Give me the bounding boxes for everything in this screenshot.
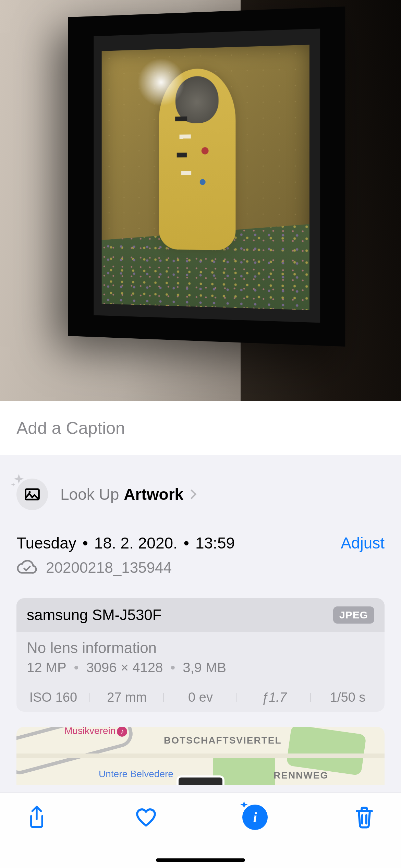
spec-exposure-bias: 0 ev xyxy=(164,690,238,705)
lookup-badge xyxy=(16,479,48,510)
spec-aperture: ƒ1.7 xyxy=(237,690,311,705)
lookup-label: Look Up Artwork xyxy=(60,485,195,504)
delete-button[interactable] xyxy=(352,805,377,830)
framed-painting xyxy=(68,7,345,347)
source-filename: 20200218_135944 xyxy=(46,559,172,576)
lookup-artwork-row[interactable]: Look Up Artwork xyxy=(16,469,385,520)
chevron-right-icon xyxy=(187,490,196,499)
home-indicator[interactable] xyxy=(156,858,245,862)
photo-datetime: Tuesday• 18. 2. 2020.• 13:59 xyxy=(16,534,235,552)
caption-field[interactable]: Add a Caption xyxy=(0,401,401,455)
location-map[interactable]: Musikverein♪ BOTSCHAFTSVIERTEL Untere Be… xyxy=(16,727,385,785)
bottom-toolbar: i xyxy=(0,793,401,868)
photo-info-sheet[interactable]: Look Up Artwork Tuesday• 18. 2. 2020.• 1… xyxy=(0,455,401,793)
spec-focal-length: 27 mm xyxy=(90,690,164,705)
adjust-button[interactable]: Adjust xyxy=(341,534,385,552)
lens-info: No lens information xyxy=(27,639,374,656)
exif-card: samsung SM-J530F JPEG No lens informatio… xyxy=(16,598,385,712)
caption-placeholder: Add a Caption xyxy=(16,418,125,438)
sparkle-icon xyxy=(238,800,251,814)
photo-preview[interactable] xyxy=(0,0,401,401)
info-button[interactable]: i xyxy=(242,805,268,830)
spec-shutter: 1/50 s xyxy=(311,690,385,705)
spec-iso: ISO 160 xyxy=(16,690,90,705)
map-district-2: RENNWEG xyxy=(274,770,328,781)
camera-model: samsung SM-J530F xyxy=(27,606,162,624)
map-district-1: BOTSCHAFTSVIERTEL xyxy=(164,735,282,746)
map-photo-thumb xyxy=(177,775,224,785)
sparkle-icon xyxy=(10,472,27,491)
svg-point-1 xyxy=(28,491,31,493)
map-poi-belvedere: Untere Belvedere xyxy=(99,769,173,780)
map-poi-musikverein: Musikverein♪ xyxy=(64,727,127,737)
cloud-check-icon xyxy=(16,559,37,576)
favorite-button[interactable] xyxy=(133,805,159,830)
share-button[interactable] xyxy=(24,805,49,830)
dimensions-line: 12 MP• 3096 × 4128• 3,9 MB xyxy=(27,660,374,675)
info-icon: i xyxy=(253,809,257,825)
format-badge: JPEG xyxy=(333,606,374,624)
